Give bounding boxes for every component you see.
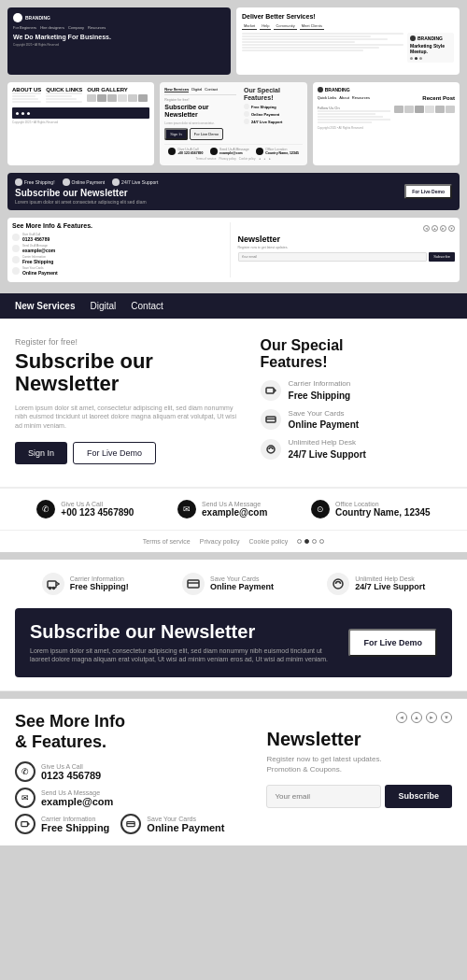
side-card: BRANDING Marketing Style Meetup. (407, 33, 454, 63)
card-subscribe-small: New Services Digital Contact Register fo… (160, 82, 306, 165)
sub-nav-row: New Services Digital Contact (164, 87, 236, 95)
banner-large-title: Subscribe our Newsletter (30, 621, 337, 643)
nl-subscribe-btn[interactable]: Subscribe (385, 785, 452, 808)
feat-payment-large: Save Your Cards Online Payment (120, 814, 224, 834)
demo-btn[interactable]: For Live Demo (190, 128, 223, 140)
svg-rect-7 (188, 580, 199, 588)
tab-help: Help (260, 22, 271, 30)
footer-links: Terms of service Privacy policy Cookie p… (0, 530, 467, 552)
svg-rect-4 (48, 581, 56, 588)
contact-email: ✉ Send Us A Message example@com (177, 500, 267, 518)
row3-subscribe-banner: Free Shipping! Online Payment 24/7 Live … (0, 169, 467, 214)
register-label: Register for free! (15, 337, 246, 347)
side-logo: BRANDING (410, 36, 451, 41)
section-divider-2 (0, 552, 467, 560)
privacy-link[interactable]: Privacy policy (200, 538, 240, 545)
email-icon (12, 245, 20, 252)
recent-logo-icon (318, 87, 323, 92)
nav-item: Company (68, 25, 84, 30)
cookie-link[interactable]: Cookie policy (249, 538, 289, 545)
see-more-left: See More Info & Features. Give Us A Call… (12, 222, 230, 277)
signin-button[interactable]: Sign In (15, 442, 67, 464)
dot (419, 57, 422, 60)
side-dots (410, 57, 451, 60)
dot-3[interactable] (312, 539, 317, 544)
quick-links-col: QUICK LINKS (46, 87, 82, 104)
payment-icon (244, 111, 249, 117)
payment-sm-icon (12, 267, 20, 275)
demo-button[interactable]: For Live Demo (73, 442, 156, 464)
terms-link[interactable]: Terms of service (143, 538, 191, 545)
subscribe-btn[interactable]: Subscribe (429, 252, 455, 262)
email-large-icon: ✉ (15, 788, 35, 808)
email-input[interactable] (238, 252, 428, 262)
banner-content: Free Shipping! Online Payment 24/7 Live … (15, 178, 404, 205)
see-more-inner: See More Info & Features. ✆ Give Us A Ca… (15, 712, 452, 840)
about-footer: Copyright 2025 • All Rights Reserved (12, 121, 149, 124)
nav-new-services[interactable]: New Services (15, 301, 76, 311)
card-marketing: BRANDING For Beginners Hire designers Co… (7, 7, 231, 75)
payment-contact: Save Your Cards Online Payment (12, 266, 230, 276)
email-row: Subscribe (238, 252, 456, 262)
phone-icon (12, 234, 20, 241)
support-icon (112, 178, 120, 186)
subscribe-banner-small: Free Shipping! Online Payment 24/7 Live … (7, 173, 460, 210)
feat-support: 24/7 Live Support (244, 119, 303, 124)
banner-large-btn[interactable]: For Live Demo (348, 629, 437, 657)
shipping-feature-icon (42, 573, 64, 595)
banner-icons-row: Free Shipping! Online Payment 24/7 Live … (15, 178, 404, 186)
thumb-grid (394, 106, 455, 113)
dot-2[interactable] (304, 539, 309, 544)
banner-live-demo-btn[interactable]: For Live Demo (404, 184, 452, 199)
content-lines (242, 33, 403, 63)
dot-left[interactable]: ◄ (396, 712, 407, 723)
feat-support-text: Unlimited Help Desk 24/7 Live Support (289, 438, 366, 460)
dot-down[interactable]: ▼ (441, 712, 452, 723)
contact-location: ⊙ Office Location Country Name, 12345 (311, 500, 431, 518)
nav-item: For Beginners (13, 25, 36, 30)
feature-shipping: Carrier Information Free Shipping! (42, 573, 129, 595)
svg-point-9 (333, 579, 343, 589)
subscribe-btn-row: Sign In For Live Demo (15, 442, 246, 464)
payment-feature-icon (182, 573, 205, 595)
svg-rect-10 (21, 822, 28, 827)
features-title: Our Special Features! (261, 337, 452, 370)
nl-email-row: Subscribe (266, 785, 452, 808)
nl-large-title: Newsletter (266, 729, 452, 750)
phone-contact: Give Us A Call 0123 456789 (12, 233, 230, 242)
feat-support: Unlimited Help Desk 24/7 Live Support (261, 438, 452, 460)
nav-contact[interactable]: Contact (131, 301, 163, 311)
marketing-headline: We Do Marketing For Business. (13, 34, 225, 41)
shipping-icon (261, 380, 281, 401)
register-label: Register for free! (164, 98, 236, 102)
card-deliver: Deliver Better Services! Market Help Com… (236, 7, 460, 75)
support-icon (261, 439, 281, 460)
nav-digital: Digital (191, 87, 202, 92)
subscribe-large-content: Register for free! Subscribe our Newslet… (0, 319, 467, 487)
email-contact: Send Us A Message example@com (12, 244, 230, 253)
about-dark-bar (12, 107, 149, 119)
newsletter-large: ◄ ▲ ► ▼ Newsletter Register now to get l… (266, 712, 452, 840)
see-more-title: See More Info & Features. (12, 222, 230, 230)
nav-item: Resources (88, 25, 106, 30)
dot-up[interactable]: ▲ (411, 712, 422, 723)
card-about: ABOUT US QUICK LINKS OUR GALLERY (7, 82, 154, 165)
signin-btn[interactable]: Sign In (164, 128, 187, 140)
feat-payment: Online Payment (244, 111, 303, 117)
deliver-title: Deliver Better Services! (242, 13, 454, 20)
feature-support: Unlimited Help Desk 24/7 Live Support (327, 573, 425, 595)
nl-email-input[interactable] (266, 785, 381, 808)
recent-title: Recent Post (422, 95, 455, 101)
nav-digital[interactable]: Digital (91, 301, 117, 311)
dot-1[interactable] (297, 539, 302, 544)
features-section: Carrier Information Free Shipping! Save … (0, 560, 467, 692)
tab-market: Market (242, 22, 257, 30)
nav-contact: Contact (205, 87, 218, 92)
dot-right[interactable]: ► (426, 712, 437, 723)
feature-payment: Save Your Cards Online Payment (182, 573, 274, 595)
dot-4[interactable] (319, 539, 324, 544)
logo-text: BRANDING (25, 15, 50, 21)
shipping-sm-icon (12, 256, 20, 263)
newsletter-right: ◄ ▲ ► ▼ Newsletter Register now to get l… (230, 222, 456, 277)
nl-desc: Register now to get latest updates. (238, 246, 456, 249)
